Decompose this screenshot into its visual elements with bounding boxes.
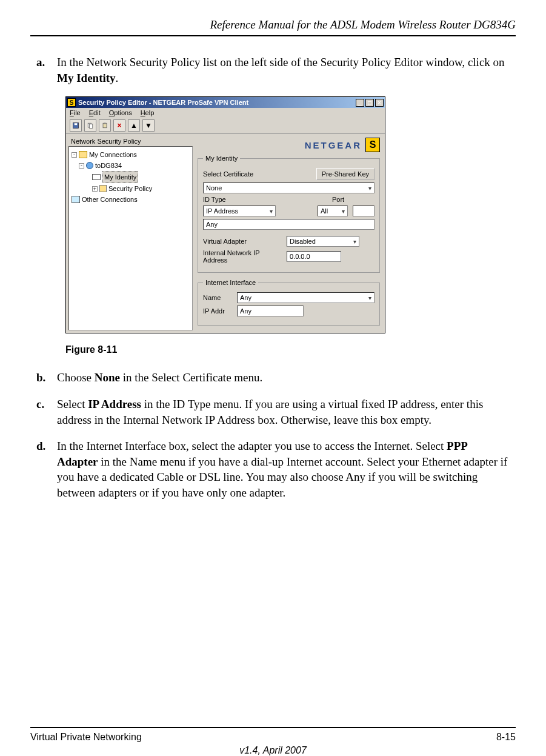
menu-file[interactable]: File xyxy=(70,109,81,116)
step-a-letter: a. xyxy=(36,55,57,85)
row-idtype-values: IP Address All xyxy=(203,206,375,216)
iface-ip-value: Any xyxy=(240,307,251,315)
step-b: b. Choose None in the Select Certificate… xyxy=(36,370,510,386)
brand-text: NETGEAR xyxy=(305,140,362,150)
step-a-after: . xyxy=(116,72,119,84)
minimize-button[interactable]: _ xyxy=(356,99,364,107)
tree-root-label: My Connections xyxy=(89,149,137,160)
brand-logo-icon: S xyxy=(365,138,380,152)
figure-container: S Security Policy Editor - NETGEAR ProSa… xyxy=(65,96,510,333)
tree-identity-label: My Identity xyxy=(102,171,138,183)
menu-options[interactable]: Options xyxy=(109,109,132,116)
paste-icon[interactable] xyxy=(99,119,111,132)
step-c-body: Select IP Address in the ID Type menu. I… xyxy=(57,396,510,427)
delete-icon[interactable]: × xyxy=(113,119,125,132)
lock-icon xyxy=(99,185,107,192)
tree-todg834[interactable]: - toDG834 xyxy=(72,160,190,171)
policy-tree[interactable]: - My Connections - toDG834 xyxy=(68,146,193,330)
close-button[interactable]: × xyxy=(375,99,384,107)
move-down-icon[interactable]: ▼ xyxy=(142,119,155,132)
port-value: All xyxy=(321,207,328,215)
row-select-cert: Select Certificate Pre-Shared Key xyxy=(203,168,375,180)
brand-row: NETGEAR S xyxy=(195,136,382,153)
step-d-body: In the Internet Interface box, select th… xyxy=(57,438,510,501)
row-cert-value: None xyxy=(203,182,375,193)
toolbar: × ▲ ▼ xyxy=(66,118,385,134)
collapse-icon[interactable]: - xyxy=(79,163,84,169)
step-c-pre: Select xyxy=(57,398,88,410)
svg-rect-5 xyxy=(104,123,106,124)
step-b-body: Choose None in the Select Certificate me… xyxy=(57,370,510,386)
step-d-letter: d. xyxy=(36,438,57,501)
step-b-post: in the Select Certificate menu. xyxy=(120,371,262,384)
internal-ip-label: Internal Network IP Address xyxy=(203,249,282,264)
tree-child-label: toDG834 xyxy=(95,160,122,171)
step-a-body: In the Network Security Policy list on t… xyxy=(57,55,510,85)
left-panel: Network Security Policy - My Connections… xyxy=(68,136,193,330)
iface-ip-field[interactable]: Any xyxy=(237,306,304,316)
iface-name-label: Name xyxy=(203,294,232,301)
iface-name-dropdown[interactable]: Any xyxy=(237,292,375,303)
row-idtype-labels: ID Type Port xyxy=(203,196,375,203)
row-virtual-adapter: Virtual Adapter Disabled xyxy=(203,236,375,247)
iface-ip-label: IP Addr xyxy=(203,307,232,315)
pre-shared-key-button[interactable]: Pre-Shared Key xyxy=(316,168,375,180)
tree-other-connections[interactable]: Other Connections xyxy=(72,194,190,205)
port-number-field[interactable] xyxy=(353,206,375,216)
step-b-pre: Choose xyxy=(57,371,95,384)
footer-section: Virtual Private Networking xyxy=(30,732,142,743)
running-header: Reference Manual for the ADSL Modem Wire… xyxy=(30,18,516,32)
step-b-letter: b. xyxy=(36,370,57,386)
footer-page: 8-15 xyxy=(496,732,516,743)
my-identity-legend: My Identity xyxy=(203,155,240,162)
svg-rect-1 xyxy=(75,124,78,125)
step-b-bold: None xyxy=(95,371,120,384)
virtual-adapter-dropdown[interactable]: Disabled xyxy=(287,236,359,247)
id-type-value: IP Address xyxy=(206,207,238,215)
step-d-pre: In the Internet Interface box, select th… xyxy=(57,440,447,452)
move-up-icon[interactable]: ▲ xyxy=(128,119,140,132)
step-a-bold: My Identity xyxy=(57,72,116,84)
app-window: S Security Policy Editor - NETGEAR ProSa… xyxy=(65,96,385,333)
figure-caption: Figure 8-11 xyxy=(65,344,510,355)
step-c: c. Select IP Address in the ID Type menu… xyxy=(36,396,510,427)
row-internal-ip: Internal Network IP Address 0.0.0.0 xyxy=(203,249,375,264)
menu-help[interactable]: Help xyxy=(141,109,155,116)
save-icon[interactable] xyxy=(70,119,82,132)
tree-label: Network Security Policy xyxy=(68,136,193,146)
menu-edit[interactable]: Edit xyxy=(89,109,101,116)
titlebar: S Security Policy Editor - NETGEAR ProSa… xyxy=(66,97,385,108)
main-area: Network Security Policy - My Connections… xyxy=(66,134,385,333)
iface-name-value: Any xyxy=(240,294,251,301)
tree-other-label: Other Connections xyxy=(82,194,138,205)
tree-my-identity[interactable]: My Identity xyxy=(72,171,190,183)
id-card-icon xyxy=(92,174,101,180)
tree-my-connections[interactable]: - My Connections xyxy=(72,149,190,160)
port-label: Port xyxy=(332,196,375,203)
id-type-dropdown[interactable]: IP Address xyxy=(203,206,276,216)
svg-rect-3 xyxy=(90,124,93,129)
select-cert-label: Select Certificate xyxy=(203,170,311,178)
step-d: d. In the Internet Interface box, select… xyxy=(36,438,510,501)
internal-ip-field[interactable]: 0.0.0.0 xyxy=(287,251,341,262)
footer-version: v1.4, April 2007 xyxy=(30,745,516,756)
maximize-button[interactable]: □ xyxy=(365,99,374,107)
cert-dropdown[interactable]: None xyxy=(203,182,375,193)
virtual-adapter-value: Disabled xyxy=(290,238,316,245)
copy-icon[interactable] xyxy=(84,119,96,132)
internet-interface-group: Internet Interface Name Any IP Addr xyxy=(198,279,380,326)
my-identity-group: My Identity Select Certificate Pre-Share… xyxy=(198,155,380,273)
tree-security-policy[interactable]: + Security Policy xyxy=(72,183,190,194)
step-d-post: in the Name menu if you have a dial-up I… xyxy=(57,455,507,499)
any-field[interactable]: Any xyxy=(203,219,375,230)
virtual-adapter-label: Virtual Adapter xyxy=(203,238,282,245)
body-content: a. In the Network Security Policy list o… xyxy=(30,55,516,727)
port-dropdown[interactable]: All xyxy=(318,206,348,216)
any-value: Any xyxy=(206,221,218,228)
collapse-icon[interactable]: - xyxy=(72,152,77,158)
folder-icon xyxy=(79,151,87,158)
expand-icon[interactable]: + xyxy=(92,186,98,192)
row-any: Any xyxy=(203,219,375,230)
globe-icon xyxy=(86,162,93,169)
internet-interface-legend: Internet Interface xyxy=(203,279,258,286)
